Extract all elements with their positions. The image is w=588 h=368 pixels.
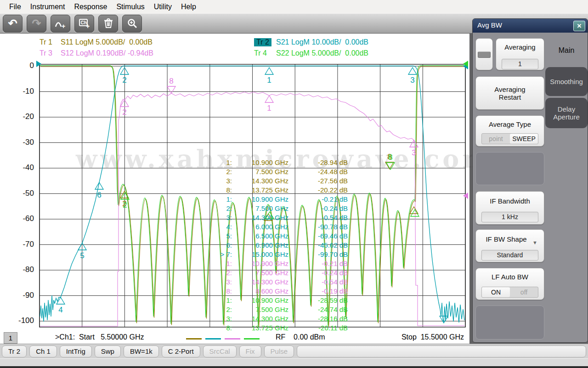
marker-readout-cell: -0.54 dB — [288, 214, 348, 223]
marker-readout-cell: -28.94 dB — [288, 159, 348, 168]
if-bandwidth-button[interactable]: IF Bandwidth 1 kHz — [475, 191, 544, 225]
marker-readout-cell: -27.56 dB — [288, 177, 348, 186]
marker-readout-cell: 2: — [0, 168, 232, 177]
lf-auto-bw-button[interactable]: LF Auto BW ON off — [475, 268, 544, 300]
undo-button[interactable]: ↶ — [3, 15, 23, 33]
marker-readout-cell: 14.300 GHz — [232, 214, 288, 223]
marker-cyan-1[interactable] — [265, 68, 273, 74]
rf-power-text[interactable]: RF 0.00 dBm — [276, 333, 325, 341]
marker-label-cyan-2: 2 — [122, 76, 126, 85]
marker-readout-cell: -20.11 dB — [288, 324, 348, 333]
lf-auto-bw-option-off[interactable]: off — [510, 287, 538, 297]
status-button-c-2-port[interactable]: C 2-Port — [162, 345, 200, 357]
averaging-value[interactable]: 1 — [502, 59, 538, 69]
status-button-swp[interactable]: Swp — [95, 345, 121, 357]
legend-dash-s21 — [205, 338, 221, 340]
marker-readout-cell: 10.900 GHz — [232, 159, 288, 168]
marker-readout-cell: 14.300 GHz — [232, 315, 288, 324]
averaging-restart-button[interactable]: Averaging Restart — [475, 76, 544, 110]
status-button-srccal[interactable]: SrcCal — [203, 345, 237, 357]
average-type-toggle[interactable]: point SWEEP — [481, 133, 538, 144]
tab-smoothing[interactable]: Smoothing — [545, 67, 588, 96]
marker-readout-cell: 10.900 GHz — [232, 195, 288, 204]
status-button-blank[interactable] — [297, 345, 586, 357]
add-channel-button[interactable]: Ch+ — [74, 15, 94, 33]
marker-readout-cell: 15.000 GHz — [232, 250, 288, 260]
menu-item-instrument[interactable]: Instrument — [26, 3, 70, 11]
marker-readout-cell: -90.78 dB — [288, 223, 348, 232]
close-button[interactable]: ✕ — [573, 21, 585, 31]
marker-readout-row-magenta-8: 8:8.600 GHz-0.19 dB — [0, 287, 348, 296]
stop-frequency-text[interactable]: Stop 15.5000 GHz — [386, 333, 464, 341]
marker-magenta-1[interactable] — [265, 96, 273, 102]
marker-readout-cell: 8: — [0, 186, 232, 195]
marker-cyan-3[interactable] — [408, 68, 417, 74]
status-button-bw-1k[interactable]: BW=1k — [124, 345, 159, 357]
marker-readout-cell: -20.22 dB — [288, 186, 348, 195]
add-trace-icon: + — [55, 18, 67, 29]
marker-readout-row-green-3: 3:14.300 GHz-28.16 dB — [0, 315, 348, 324]
redo-button[interactable]: ↷ — [27, 15, 46, 33]
averaging-restart-label: Averaging Restart — [487, 85, 533, 101]
panel-header[interactable]: Avg BW ✕ — [473, 19, 588, 33]
if-bw-shape-button[interactable]: IF BW Shape ▼ Standard — [475, 229, 544, 262]
dropdown-caret-icon: ▼ — [532, 240, 537, 245]
marker-readout-cell: 1: — [0, 159, 232, 168]
marker-readout-cell: 13.725 GHz — [232, 324, 288, 333]
menu-item-stimulus[interactable]: Stimulus — [112, 3, 149, 11]
status-button-ch-1[interactable]: Ch 1 — [29, 345, 57, 357]
averaging-button[interactable]: Averaging 1 — [496, 38, 544, 70]
delete-icon — [103, 18, 114, 29]
add-trace-button[interactable]: + — [51, 15, 70, 33]
plot-region: www.xahxmicrowave.com Tr 1 S11 LogM 5.00… — [0, 33, 469, 344]
menu-item-file[interactable]: File — [5, 3, 26, 11]
marker-readout-cell: 1: — [0, 296, 232, 306]
zoom-button[interactable] — [122, 15, 142, 33]
marker-magenta-8[interactable] — [167, 86, 175, 93]
tab-delay-aperture[interactable]: Delay Aperture — [545, 98, 588, 128]
blank-button-1 — [475, 152, 544, 185]
tab-main[interactable]: Main — [545, 36, 588, 65]
marker-readout-cell: -69.46 dB — [288, 232, 348, 241]
marker-readout-row-magenta-2: 2:7.500 GHz-0.24 dB — [0, 269, 348, 278]
marker-readout-cell: -28.59 dB — [288, 296, 348, 306]
channel-number-box[interactable]: 1 — [4, 332, 17, 344]
marker-readout-cell: 14.300 GHz — [232, 177, 288, 186]
marker-readout-row-magenta-1: 1:10.900 GHz-0.21 dB — [0, 260, 348, 269]
menu-item-help[interactable]: Help — [176, 3, 201, 11]
average-type-label: Average Type — [476, 120, 544, 128]
delete-button[interactable] — [98, 15, 118, 33]
if-bandwidth-value[interactable]: 1 kHz — [481, 212, 538, 222]
marker-readout-cell: 3: — [0, 177, 232, 186]
average-type-option-point[interactable]: point — [482, 134, 510, 144]
lf-auto-bw-toggle[interactable]: ON off — [481, 287, 538, 298]
menu-bar: FileInstrumentResponseStimulusUtilityHel… — [0, 0, 588, 14]
marker-readout-cell: -0.54 dB — [288, 278, 348, 287]
menu-item-utility[interactable]: Utility — [149, 3, 176, 11]
marker-readout-cell: -28.16 dB — [288, 315, 348, 324]
menu-item-response[interactable]: Response — [69, 3, 112, 11]
status-button-inttrig[interactable]: IntTrig — [60, 345, 92, 357]
marker-readout-cell: 7.500 GHz — [232, 168, 288, 177]
marker-readout-cell: 3: — [0, 214, 232, 223]
status-button-fix[interactable]: Fix — [239, 345, 261, 357]
average-type-button[interactable]: Average Type point SWEEP — [475, 115, 544, 147]
status-button-tr-2[interactable]: Tr 2 — [2, 345, 27, 357]
if-bw-shape-value[interactable]: Standard — [481, 250, 538, 260]
start-frequency-text[interactable]: >Ch1: Start 5.50000 GHz — [55, 333, 144, 341]
marker-readout-cell: 10.900 GHz — [232, 296, 288, 306]
marker-readout-row-cyan-6: 6:6.900 GHz-45.62 dB — [0, 241, 348, 250]
status-button-pulse[interactable]: Pulse — [264, 345, 294, 357]
lf-auto-bw-option-on[interactable]: ON — [482, 287, 510, 297]
marker-readout-cell: 6.500 GHz — [232, 232, 288, 241]
panel-title: Avg BW — [477, 21, 502, 29]
marker-readout-cell: 6.000 GHz — [232, 223, 288, 232]
averaging-enable-button[interactable] — [475, 38, 493, 70]
marker-readout-row-olive-2: 2:7.500 GHz-24.48 dB — [0, 168, 348, 177]
marker-readout-cell: 2: — [0, 269, 232, 278]
average-type-option-sweep[interactable]: SWEEP — [510, 134, 538, 144]
marker-readout-cell: 3: — [0, 278, 232, 287]
marker-readout-cell: 8.600 GHz — [232, 287, 288, 296]
marker-readout-cell: 7.500 GHz — [232, 306, 288, 315]
marker-label-cyan-3: 3 — [410, 76, 414, 85]
